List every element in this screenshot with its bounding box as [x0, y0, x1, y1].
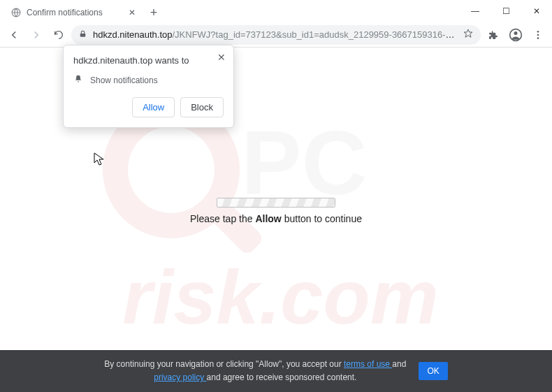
lock-icon: [78, 29, 87, 41]
bell-icon: [73, 74, 83, 86]
cookie-ok-button[interactable]: OK: [419, 362, 447, 380]
tab-title: Confirm notifications: [27, 8, 122, 17]
reload-button[interactable]: [49, 25, 68, 45]
tap-allow-message: Please tap the Allow button to continue: [190, 213, 362, 224]
svg-rect-1: [80, 33, 86, 36]
titlebar: Confirm notifications ✕ + — ☐ ✕: [0, 0, 552, 22]
svg-point-5: [537, 34, 539, 36]
window-minimize-button[interactable]: —: [460, 0, 491, 22]
star-icon[interactable]: [463, 28, 474, 41]
loading-area: Please tap the Allow button to continue: [190, 198, 362, 224]
toolbar: hdkzd.nitenauth.top/JKNFWJ?tag_id=737123…: [0, 22, 552, 48]
url-text: hdkzd.nitenauth.top/JKNFWJ?tag_id=737123…: [93, 29, 457, 40]
progress-bar: [217, 198, 335, 208]
browser-tab[interactable]: Confirm notifications ✕: [4, 3, 144, 22]
back-button[interactable]: [4, 25, 24, 45]
close-icon[interactable]: ✕: [217, 52, 226, 62]
svg-point-3: [514, 31, 518, 35]
permission-origin: hdkzd.nitenauth.top wants to: [73, 55, 224, 66]
privacy-link[interactable]: privacy policy: [154, 372, 206, 382]
cookie-banner-text: By continuing your navigation or clickin…: [104, 358, 406, 384]
window-controls: — ☐ ✕: [460, 0, 552, 22]
svg-point-4: [537, 31, 539, 33]
window-close-button[interactable]: ✕: [521, 0, 552, 22]
notification-permission-dialog: ✕ hdkzd.nitenauth.top wants to Show noti…: [63, 45, 234, 128]
menu-icon[interactable]: [528, 25, 548, 45]
profile-icon[interactable]: [506, 25, 525, 45]
globe-icon: [11, 8, 21, 17]
window-maximize-button[interactable]: ☐: [491, 0, 521, 22]
new-tab-button[interactable]: +: [144, 3, 164, 22]
svg-text:risk.com: risk.com: [122, 254, 438, 340]
block-button[interactable]: Block: [180, 97, 224, 117]
address-bar[interactable]: hdkzd.nitenauth.top/JKNFWJ?tag_id=737123…: [71, 25, 481, 45]
allow-button[interactable]: Allow: [132, 97, 175, 117]
extensions-icon[interactable]: [484, 25, 503, 45]
terms-link[interactable]: terms of use: [344, 359, 392, 369]
cookie-banner: By continuing your navigation or clickin…: [0, 350, 552, 392]
forward-button[interactable]: [27, 25, 46, 45]
permission-item: Show notifications: [73, 74, 224, 86]
tab-close-icon[interactable]: ✕: [127, 8, 137, 17]
svg-point-6: [537, 37, 539, 39]
